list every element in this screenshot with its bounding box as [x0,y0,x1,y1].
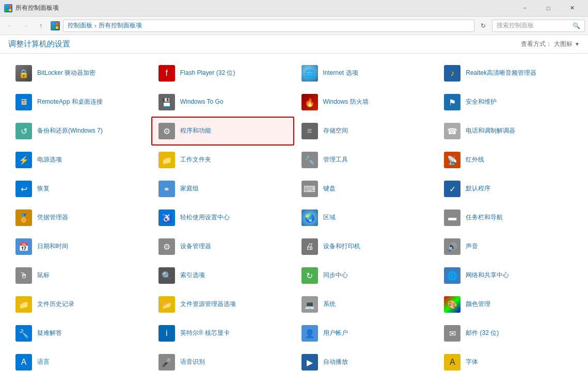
list-item-devices[interactable]: 🖨设备和打印机 [294,232,437,261]
back-button[interactable]: ← [3,19,17,33]
credentials-icon: 🏅 [14,208,33,227]
list-item-windowstogo[interactable]: 💾Windows To Go [151,88,294,117]
list-item-internet[interactable]: 🌐Internet 选项 [294,59,437,88]
address-separator: › [94,22,97,29]
list-item-power[interactable]: ⚡电源选项 [8,146,151,174]
address-part1[interactable]: 控制面板 [68,21,92,30]
list-item-storage[interactable]: ≡存储空间 [294,117,437,146]
view-options: 查看方式： 大图标 ▼ [521,40,580,49]
flash-icon: f [157,64,176,83]
intel-label: 英特尔® 核芯显卡 [180,329,230,337]
flash-label: Flash Player (32 位) [180,69,235,77]
backup-label: 备份和还原(Windows 7) [37,127,103,135]
list-item-programs[interactable]: ⚙程序和功能 [151,117,294,146]
power-label: 电源选项 [37,156,62,164]
mail-label: 邮件 (32 位) [466,329,499,337]
list-item-autoplay[interactable]: ▶自动播放 [294,348,437,371]
list-item-font[interactable]: A字体 [437,348,580,371]
search-placeholder: 搜索控制面板 [497,21,534,30]
list-item-user[interactable]: 👤用户帐户 [294,319,437,348]
refresh-button[interactable]: ↻ [476,19,490,33]
list-item-security[interactable]: ⚑安全和维护 [437,88,580,117]
programs-icon: ⚙ [157,122,176,140]
list-item-fileexplorer[interactable]: 📂文件资源管理器选项 [151,290,294,319]
search-icon: 🔍 [573,22,580,29]
list-item-keyboard[interactable]: ⌨键盘 [294,174,437,203]
list-item-sync[interactable]: ↻同步中心 [294,261,437,290]
list-item-network[interactable]: 🌐网络和共享中心 [437,261,580,290]
list-item-intel[interactable]: i英特尔® 核芯显卡 [151,319,294,348]
search-box[interactable]: 搜索控制面板 🔍 [492,20,585,32]
list-item-device[interactable]: ⚙设备管理器 [151,232,294,261]
address-part2[interactable]: 所有控制面板项 [99,21,142,30]
svg-rect-2 [5,9,8,11]
manage-icon: 🔧 [300,151,319,169]
list-item-recovery[interactable]: ↩恢复 [8,174,151,203]
devices-label: 设备和打印机 [323,243,360,251]
close-button[interactable]: ✕ [560,0,584,17]
list-item-color[interactable]: 🎨颜色管理 [437,290,580,319]
list-item-manage[interactable]: 🔧管理工具 [294,146,437,174]
color-icon: 🎨 [443,295,462,314]
datetime-label: 日期和时间 [37,243,68,251]
sync-icon: ↻ [300,266,319,285]
list-item-backup[interactable]: ↺备份和还原(Windows 7) [8,117,151,146]
up-button[interactable]: ↑ [34,19,47,33]
addressbar: ← → ↑ 控制面板 › 所有控制面板项 ↻ 搜索控制面板 🔍 [0,17,588,35]
list-item-index[interactable]: 🔍索引选项 [151,261,294,290]
system-label: 系统 [323,300,336,309]
view-current[interactable]: 大图标 [554,40,573,49]
list-item-language[interactable]: A语言 [8,348,151,371]
list-item-credentials[interactable]: 🏅凭据管理器 [8,203,151,232]
infrared-label: 红外线 [466,156,484,164]
network-label: 网络和共享中心 [466,271,509,280]
list-item-infrared[interactable]: 📡红外线 [437,146,580,174]
list-item-realtek[interactable]: ♪Realtek高清晰音频管理器 [437,59,580,88]
minimize-button[interactable]: － [513,0,536,17]
address-bar[interactable]: 控制面板 › 所有控制面板项 [63,20,474,32]
list-item-taskbar[interactable]: ▬任务栏和导航 [437,203,580,232]
titlebar: 所有控制面板项 － □ ✕ [0,0,588,17]
list-item-sound[interactable]: 🔊声音 [437,232,580,261]
list-item-homegroup[interactable]: ⚭家庭组 [151,174,294,203]
svg-rect-4 [52,23,55,25]
index-label: 索引选项 [180,271,205,280]
page-title: 调整计算机的设置 [8,39,70,49]
forward-button[interactable]: → [19,19,32,33]
workfolder-label: 工作文件夹 [180,156,211,164]
svg-rect-0 [5,5,8,8]
programs-label: 程序和功能 [180,127,211,135]
security-icon: ⚑ [443,93,462,111]
view-dropdown-icon[interactable]: ▼ [575,41,580,47]
list-item-region[interactable]: 🌏区域 [294,203,437,232]
list-item-workfolder[interactable]: 📁工作文件夹 [151,146,294,174]
items-area: 🔒BitLocker 驱动器加密fFlash Player (32 位)🌐Int… [0,54,588,371]
list-item-flash[interactable]: fFlash Player (32 位) [151,59,294,88]
infrared-icon: 📡 [443,151,462,169]
list-item-remoteapp[interactable]: 🖥RemoteApp 和桌面连接 [8,88,151,117]
language-label: 语言 [37,358,50,366]
list-item-speech[interactable]: 🎤语音识别 [151,348,294,371]
list-item-datetime[interactable]: 📅日期和时间 [8,232,151,261]
maximize-button[interactable]: □ [536,0,560,17]
list-item-default[interactable]: ✓默认程序 [437,174,580,203]
list-item-phone[interactable]: ☎电话和调制解调器 [437,117,580,146]
ease-icon: ♿ [157,208,176,227]
list-item-mail[interactable]: ✉邮件 (32 位) [437,319,580,348]
recovery-label: 恢复 [37,185,50,193]
list-item-mouse[interactable]: 🖱鼠标 [8,261,151,290]
list-item-windowsfirewall[interactable]: 🔥Windows 防火墙 [294,88,437,117]
color-label: 颜色管理 [466,300,490,309]
storage-label: 存储空间 [323,127,348,135]
autoplay-icon: ▶ [300,353,319,371]
windowsfirewall-label: Windows 防火墙 [323,98,369,106]
taskbar-icon: ▬ [443,208,462,227]
default-label: 默认程序 [466,185,490,193]
filehistory-icon: 📁 [14,295,33,314]
list-item-bitlocker[interactable]: 🔒BitLocker 驱动器加密 [8,59,151,88]
list-item-filehistory[interactable]: 📁文件历史记录 [8,290,151,319]
list-item-ease[interactable]: ♿轻松使用设置中心 [151,203,294,232]
list-item-system[interactable]: 💻系统 [294,290,437,319]
items-grid: 🔒BitLocker 驱动器加密fFlash Player (32 位)🌐Int… [8,59,580,371]
list-item-trouble[interactable]: 🔧疑难解答 [8,319,151,348]
